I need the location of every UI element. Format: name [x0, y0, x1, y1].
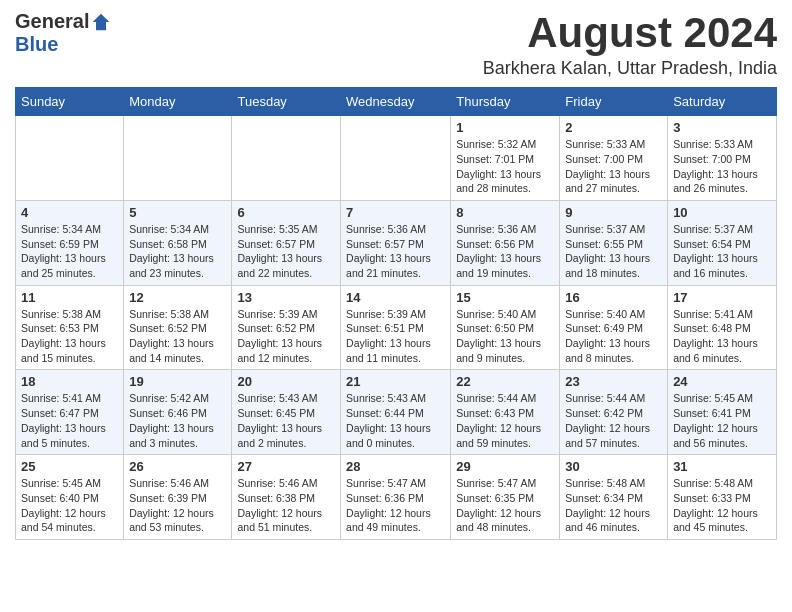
day-number: 29	[456, 459, 554, 474]
calendar-cell	[232, 116, 341, 201]
day-info: Sunrise: 5:36 AM Sunset: 6:56 PM Dayligh…	[456, 222, 554, 281]
weekday-header-sunday: Sunday	[16, 88, 124, 116]
day-info: Sunrise: 5:45 AM Sunset: 6:41 PM Dayligh…	[673, 391, 771, 450]
day-info: Sunrise: 5:48 AM Sunset: 6:33 PM Dayligh…	[673, 476, 771, 535]
calendar-cell: 9Sunrise: 5:37 AM Sunset: 6:55 PM Daylig…	[560, 200, 668, 285]
day-number: 4	[21, 205, 118, 220]
calendar-table: SundayMondayTuesdayWednesdayThursdayFrid…	[15, 87, 777, 540]
weekday-header-wednesday: Wednesday	[341, 88, 451, 116]
calendar-week-1: 1Sunrise: 5:32 AM Sunset: 7:01 PM Daylig…	[16, 116, 777, 201]
header: General Blue August 2024 Barkhera Kalan,…	[15, 10, 777, 79]
calendar-week-2: 4Sunrise: 5:34 AM Sunset: 6:59 PM Daylig…	[16, 200, 777, 285]
day-number: 16	[565, 290, 662, 305]
day-number: 7	[346, 205, 445, 220]
day-info: Sunrise: 5:46 AM Sunset: 6:39 PM Dayligh…	[129, 476, 226, 535]
day-number: 10	[673, 205, 771, 220]
calendar-cell: 1Sunrise: 5:32 AM Sunset: 7:01 PM Daylig…	[451, 116, 560, 201]
calendar-cell: 21Sunrise: 5:43 AM Sunset: 6:44 PM Dayli…	[341, 370, 451, 455]
calendar-cell	[16, 116, 124, 201]
calendar-cell	[124, 116, 232, 201]
day-number: 15	[456, 290, 554, 305]
day-number: 25	[21, 459, 118, 474]
day-number: 8	[456, 205, 554, 220]
day-info: Sunrise: 5:34 AM Sunset: 6:58 PM Dayligh…	[129, 222, 226, 281]
logo-general-text: General	[15, 10, 89, 33]
calendar-cell: 18Sunrise: 5:41 AM Sunset: 6:47 PM Dayli…	[16, 370, 124, 455]
day-number: 31	[673, 459, 771, 474]
day-number: 1	[456, 120, 554, 135]
day-number: 23	[565, 374, 662, 389]
day-number: 20	[237, 374, 335, 389]
calendar-cell: 26Sunrise: 5:46 AM Sunset: 6:39 PM Dayli…	[124, 455, 232, 540]
day-info: Sunrise: 5:39 AM Sunset: 6:51 PM Dayligh…	[346, 307, 445, 366]
calendar-cell: 17Sunrise: 5:41 AM Sunset: 6:48 PM Dayli…	[668, 285, 777, 370]
day-info: Sunrise: 5:37 AM Sunset: 6:55 PM Dayligh…	[565, 222, 662, 281]
day-number: 26	[129, 459, 226, 474]
day-info: Sunrise: 5:38 AM Sunset: 6:53 PM Dayligh…	[21, 307, 118, 366]
day-number: 5	[129, 205, 226, 220]
day-number: 3	[673, 120, 771, 135]
day-info: Sunrise: 5:33 AM Sunset: 7:00 PM Dayligh…	[673, 137, 771, 196]
calendar-cell: 28Sunrise: 5:47 AM Sunset: 6:36 PM Dayli…	[341, 455, 451, 540]
calendar-cell: 20Sunrise: 5:43 AM Sunset: 6:45 PM Dayli…	[232, 370, 341, 455]
day-info: Sunrise: 5:40 AM Sunset: 6:49 PM Dayligh…	[565, 307, 662, 366]
day-number: 9	[565, 205, 662, 220]
day-info: Sunrise: 5:36 AM Sunset: 6:57 PM Dayligh…	[346, 222, 445, 281]
weekday-header-thursday: Thursday	[451, 88, 560, 116]
calendar-cell: 23Sunrise: 5:44 AM Sunset: 6:42 PM Dayli…	[560, 370, 668, 455]
weekday-header-tuesday: Tuesday	[232, 88, 341, 116]
day-info: Sunrise: 5:39 AM Sunset: 6:52 PM Dayligh…	[237, 307, 335, 366]
logo-blue-text: Blue	[15, 33, 58, 56]
day-number: 11	[21, 290, 118, 305]
svg-marker-0	[93, 13, 110, 30]
calendar-cell: 5Sunrise: 5:34 AM Sunset: 6:58 PM Daylig…	[124, 200, 232, 285]
day-info: Sunrise: 5:41 AM Sunset: 6:48 PM Dayligh…	[673, 307, 771, 366]
calendar-cell: 30Sunrise: 5:48 AM Sunset: 6:34 PM Dayli…	[560, 455, 668, 540]
day-info: Sunrise: 5:41 AM Sunset: 6:47 PM Dayligh…	[21, 391, 118, 450]
day-info: Sunrise: 5:35 AM Sunset: 6:57 PM Dayligh…	[237, 222, 335, 281]
day-number: 13	[237, 290, 335, 305]
weekday-header-monday: Monday	[124, 88, 232, 116]
day-number: 28	[346, 459, 445, 474]
calendar-cell: 15Sunrise: 5:40 AM Sunset: 6:50 PM Dayli…	[451, 285, 560, 370]
calendar-cell: 12Sunrise: 5:38 AM Sunset: 6:52 PM Dayli…	[124, 285, 232, 370]
day-info: Sunrise: 5:47 AM Sunset: 6:35 PM Dayligh…	[456, 476, 554, 535]
logo-icon	[91, 12, 111, 32]
day-info: Sunrise: 5:43 AM Sunset: 6:45 PM Dayligh…	[237, 391, 335, 450]
calendar-cell: 25Sunrise: 5:45 AM Sunset: 6:40 PM Dayli…	[16, 455, 124, 540]
day-info: Sunrise: 5:48 AM Sunset: 6:34 PM Dayligh…	[565, 476, 662, 535]
day-number: 19	[129, 374, 226, 389]
logo: General Blue	[15, 10, 111, 56]
day-number: 6	[237, 205, 335, 220]
calendar-cell: 7Sunrise: 5:36 AM Sunset: 6:57 PM Daylig…	[341, 200, 451, 285]
day-info: Sunrise: 5:45 AM Sunset: 6:40 PM Dayligh…	[21, 476, 118, 535]
day-info: Sunrise: 5:34 AM Sunset: 6:59 PM Dayligh…	[21, 222, 118, 281]
calendar-cell: 22Sunrise: 5:44 AM Sunset: 6:43 PM Dayli…	[451, 370, 560, 455]
calendar-cell: 19Sunrise: 5:42 AM Sunset: 6:46 PM Dayli…	[124, 370, 232, 455]
calendar-cell: 27Sunrise: 5:46 AM Sunset: 6:38 PM Dayli…	[232, 455, 341, 540]
title-area: August 2024 Barkhera Kalan, Uttar Prades…	[483, 10, 777, 79]
day-number: 2	[565, 120, 662, 135]
day-info: Sunrise: 5:44 AM Sunset: 6:43 PM Dayligh…	[456, 391, 554, 450]
day-number: 21	[346, 374, 445, 389]
day-info: Sunrise: 5:33 AM Sunset: 7:00 PM Dayligh…	[565, 137, 662, 196]
weekday-header-friday: Friday	[560, 88, 668, 116]
calendar-cell: 14Sunrise: 5:39 AM Sunset: 6:51 PM Dayli…	[341, 285, 451, 370]
calendar-cell: 24Sunrise: 5:45 AM Sunset: 6:41 PM Dayli…	[668, 370, 777, 455]
calendar-cell: 31Sunrise: 5:48 AM Sunset: 6:33 PM Dayli…	[668, 455, 777, 540]
calendar-cell: 13Sunrise: 5:39 AM Sunset: 6:52 PM Dayli…	[232, 285, 341, 370]
day-info: Sunrise: 5:44 AM Sunset: 6:42 PM Dayligh…	[565, 391, 662, 450]
calendar-header-row: SundayMondayTuesdayWednesdayThursdayFrid…	[16, 88, 777, 116]
calendar-cell: 3Sunrise: 5:33 AM Sunset: 7:00 PM Daylig…	[668, 116, 777, 201]
day-number: 18	[21, 374, 118, 389]
calendar-cell	[341, 116, 451, 201]
day-info: Sunrise: 5:32 AM Sunset: 7:01 PM Dayligh…	[456, 137, 554, 196]
day-info: Sunrise: 5:46 AM Sunset: 6:38 PM Dayligh…	[237, 476, 335, 535]
calendar-cell: 16Sunrise: 5:40 AM Sunset: 6:49 PM Dayli…	[560, 285, 668, 370]
calendar-cell: 10Sunrise: 5:37 AM Sunset: 6:54 PM Dayli…	[668, 200, 777, 285]
calendar-week-3: 11Sunrise: 5:38 AM Sunset: 6:53 PM Dayli…	[16, 285, 777, 370]
calendar-cell: 29Sunrise: 5:47 AM Sunset: 6:35 PM Dayli…	[451, 455, 560, 540]
day-info: Sunrise: 5:42 AM Sunset: 6:46 PM Dayligh…	[129, 391, 226, 450]
day-info: Sunrise: 5:47 AM Sunset: 6:36 PM Dayligh…	[346, 476, 445, 535]
day-number: 24	[673, 374, 771, 389]
